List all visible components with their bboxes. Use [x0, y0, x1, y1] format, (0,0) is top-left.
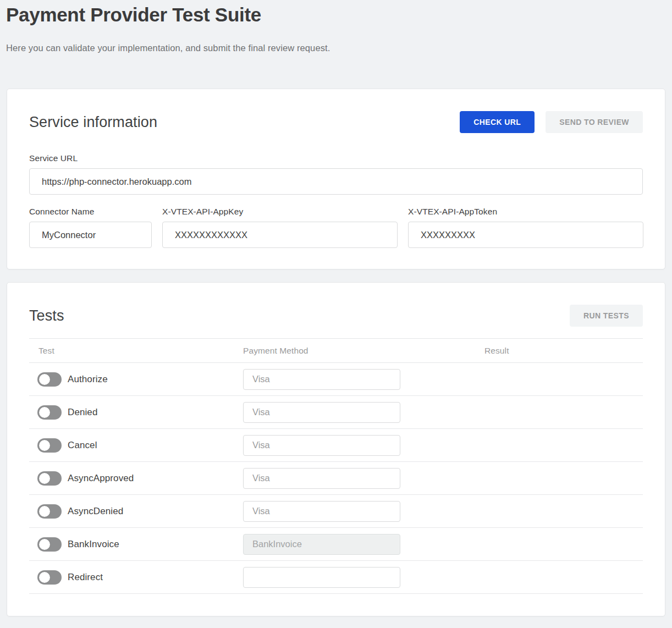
payment-method-cell	[243, 468, 484, 489]
page-title: Payment Provider Test Suite	[6, 3, 666, 26]
test-cell: Cancel	[29, 438, 243, 453]
test-cell: Redirect	[29, 570, 243, 585]
payment-method-input[interactable]	[243, 369, 400, 390]
test-cell: Authorize	[29, 372, 243, 387]
app-key-field: X-VTEX-API-AppKey	[162, 207, 398, 248]
test-row: Denied	[29, 396, 643, 429]
tests-table: Test Payment Method Result Authorize Den…	[29, 338, 643, 594]
test-row: Cancel	[29, 429, 643, 462]
toggle-knob-icon	[39, 539, 50, 550]
connector-name-input[interactable]	[29, 222, 152, 248]
test-toggle[interactable]	[37, 471, 62, 486]
test-cell: AsyncDenied	[29, 504, 243, 519]
payment-method-input[interactable]	[243, 435, 400, 456]
page-subtitle: Here you can validate your implementatio…	[6, 43, 666, 53]
toggle-knob-icon	[39, 374, 50, 385]
column-header-payment-method: Payment Method	[243, 346, 484, 356]
test-toggle[interactable]	[37, 372, 62, 387]
service-url-field: Service URL	[29, 153, 643, 195]
service-information-card: Service information CHECK URL SEND TO RE…	[7, 89, 665, 269]
app-token-input[interactable]	[408, 222, 643, 248]
test-row: Redirect	[29, 561, 643, 594]
app-key-input[interactable]	[162, 222, 398, 248]
test-cell: BankInvoice	[29, 537, 243, 552]
payment-method-input[interactable]	[243, 468, 400, 489]
test-name: Redirect	[68, 572, 103, 583]
test-name: AsyncDenied	[68, 506, 123, 517]
check-url-button[interactable]: CHECK URL	[460, 111, 535, 133]
payment-method-cell	[243, 402, 484, 423]
test-row: BankInvoice	[29, 528, 643, 561]
test-name: Denied	[68, 407, 97, 418]
credentials-row: Connector Name X-VTEX-API-AppKey X-VTEX-…	[29, 207, 643, 248]
test-toggle[interactable]	[37, 570, 62, 585]
test-row: AsyncApproved	[29, 462, 643, 495]
service-information-heading: Service information	[29, 114, 157, 131]
connector-name-field: Connector Name	[29, 207, 152, 248]
tests-card: Tests RUN TESTS Test Payment Method Resu…	[7, 282, 665, 616]
page-header: Payment Provider Test Suite Here you can…	[0, 0, 672, 53]
app-token-field: X-VTEX-API-AppToken	[408, 207, 643, 248]
test-name: Cancel	[68, 440, 97, 451]
test-toggle[interactable]	[37, 537, 62, 552]
test-toggle[interactable]	[37, 438, 62, 453]
payment-method-cell	[243, 534, 484, 555]
toggle-knob-icon	[39, 572, 50, 583]
column-header-result: Result	[484, 346, 643, 356]
payment-method-input[interactable]	[243, 534, 400, 555]
run-tests-button[interactable]: RUN TESTS	[570, 305, 643, 327]
payment-method-cell	[243, 369, 484, 390]
payment-method-cell	[243, 567, 484, 588]
payment-method-cell	[243, 501, 484, 522]
payment-method-cell	[243, 435, 484, 456]
toggle-knob-icon	[39, 506, 50, 517]
test-toggle[interactable]	[37, 405, 62, 420]
test-row: Authorize	[29, 363, 643, 396]
test-cell: AsyncApproved	[29, 471, 243, 486]
service-actions: CHECK URL SEND TO REVIEW	[460, 111, 643, 133]
page-root: Payment Provider Test Suite Here you can…	[0, 0, 672, 616]
tests-table-header: Test Payment Method Result	[29, 338, 643, 363]
tests-table-body: Authorize Denied Cancel	[29, 363, 643, 594]
toggle-knob-icon	[39, 473, 50, 484]
payment-method-input[interactable]	[243, 501, 400, 522]
test-row: AsyncDenied	[29, 495, 643, 528]
send-to-review-button[interactable]: SEND TO REVIEW	[546, 111, 643, 133]
test-name: BankInvoice	[68, 539, 119, 550]
app-token-label: X-VTEX-API-AppToken	[408, 207, 643, 217]
service-card-header: Service information CHECK URL SEND TO RE…	[29, 111, 643, 133]
test-toggle[interactable]	[37, 504, 62, 519]
payment-method-input[interactable]	[243, 567, 400, 588]
test-name: Authorize	[68, 374, 108, 385]
service-url-input[interactable]	[29, 168, 643, 195]
column-header-test: Test	[29, 346, 243, 356]
toggle-knob-icon	[39, 440, 50, 451]
service-url-label: Service URL	[29, 153, 643, 163]
test-name: AsyncApproved	[68, 473, 134, 484]
payment-method-input[interactable]	[243, 402, 400, 423]
connector-name-label: Connector Name	[29, 207, 152, 217]
app-key-label: X-VTEX-API-AppKey	[162, 207, 398, 217]
tests-card-header: Tests RUN TESTS	[29, 305, 643, 327]
test-cell: Denied	[29, 405, 243, 420]
tests-heading: Tests	[29, 307, 64, 324]
toggle-knob-icon	[39, 407, 50, 418]
